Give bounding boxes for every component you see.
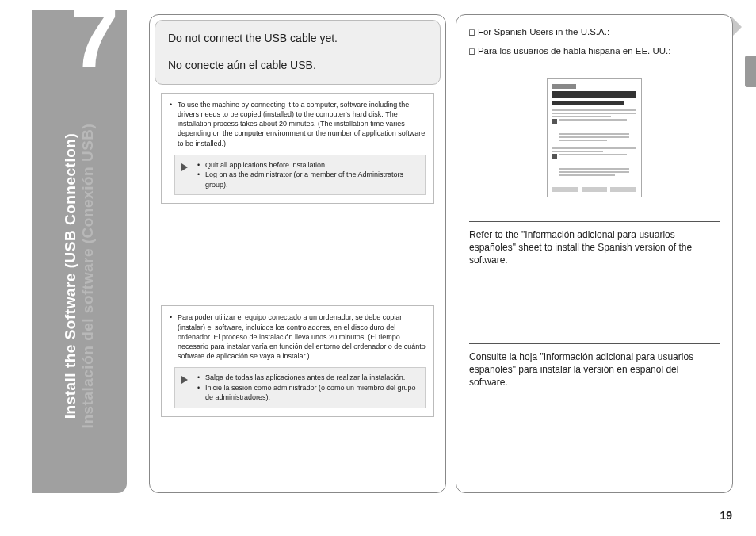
divider <box>469 221 720 222</box>
page-edge-tab <box>745 56 756 87</box>
usb-warning-es: No conecte aún el cable USB. <box>168 59 427 71</box>
section-title-wrap: Install the Software (USB Connection) In… <box>62 123 97 428</box>
note-es-2: Inicie la sesión como administrador (o c… <box>197 383 418 403</box>
info-text-en: To use the machine by connecting it to a… <box>170 100 426 148</box>
spanish-users-head-en: □For Spanish Users in the U.S.A.: <box>469 26 720 37</box>
note-box-es: Salga de todas las aplicaciones antes de… <box>174 367 426 408</box>
section-title-en: Install the Software (USB Connection) <box>62 123 79 428</box>
reference-text-en: Refer to the "Información adicional para… <box>469 228 720 267</box>
section-number: 7 <box>71 0 119 81</box>
note-en-2: Log on as the administrator (or a member… <box>197 170 418 190</box>
spanish-users-head-es: □Para los usuarios de habla hispana en E… <box>469 45 720 56</box>
usb-warning-en: Do not connect the USB cable yet. <box>168 32 427 44</box>
info-block-en: To use the machine by connecting it to a… <box>161 93 434 204</box>
info-block-es: Para poder utilizar el equipo conectado … <box>161 305 434 416</box>
triangle-icon <box>181 163 188 171</box>
left-content-column: Do not connect the USB cable yet. No con… <box>149 14 446 493</box>
section-sidebar: 7 Install the Software (USB Connection) … <box>32 10 127 493</box>
divider <box>469 343 720 344</box>
info-text-es: Para poder utilizar el equipo conectado … <box>170 312 426 361</box>
page-number: 19 <box>720 509 732 522</box>
sheet-title <box>552 91 636 98</box>
sheet-subtitle <box>552 101 624 105</box>
span-es: Para los usuarios de habla hispana en EE… <box>478 46 671 56</box>
triangle-icon <box>181 376 188 384</box>
right-content-column: □For Spanish Users in the U.S.A.: □Para … <box>456 14 733 493</box>
section-title-es: Instalación del software (Conexión USB) <box>79 123 97 428</box>
note-en-1: Quit all applications before installatio… <box>197 160 418 170</box>
reference-text-es: Consulte la hoja "Información adicional … <box>469 350 720 389</box>
span-en: For Spanish Users in the U.S.A.: <box>478 27 609 36</box>
usb-warning-box: Do not connect the USB cable yet. No con… <box>155 20 441 85</box>
reference-sheet-thumbnail <box>547 78 642 197</box>
note-es-1: Salga de todas las aplicaciones antes de… <box>197 373 418 383</box>
note-box-en: Quit all applications before installatio… <box>174 155 426 196</box>
